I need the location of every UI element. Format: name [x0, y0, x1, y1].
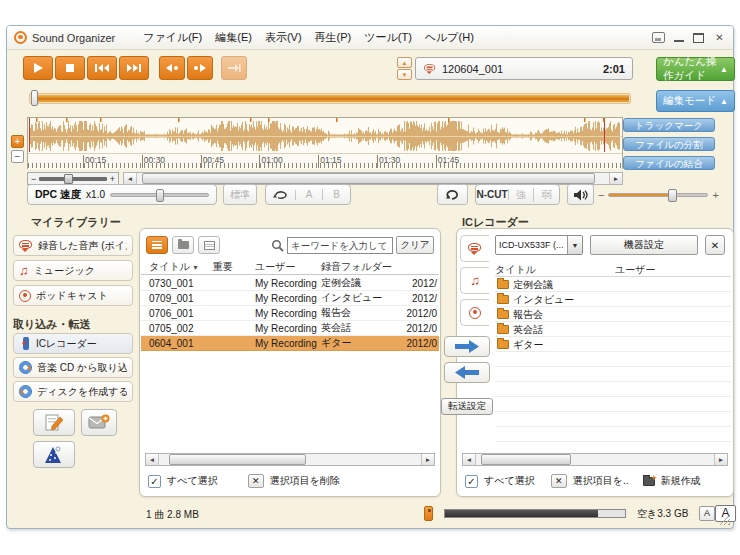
scrollbar-thumb[interactable] [142, 173, 595, 184]
library-list-scrollbar[interactable]: ◄ ► [145, 453, 435, 466]
column-user[interactable]: ユーザー [255, 260, 321, 274]
scroll-left-icon[interactable]: ◄ [124, 173, 137, 184]
send-mail-button[interactable] [81, 409, 117, 436]
edit-mode-button[interactable]: 編集モード ▲ [656, 90, 735, 112]
delete-icon[interactable]: ✕ [248, 474, 264, 488]
sidebar-item-podcast[interactable]: ポッドキャスト [13, 285, 133, 306]
volume-plus-icon[interactable]: + [712, 189, 718, 201]
zoom-slider-thumb[interactable] [64, 174, 73, 184]
zoom-slider-plus-icon[interactable]: + [110, 174, 115, 184]
playback-position-bar[interactable] [29, 93, 631, 104]
edit-file-button[interactable] [33, 409, 75, 436]
device-list-scrollbar[interactable]: ◄ ► [462, 453, 728, 466]
select-all-checkbox[interactable]: ✓ [148, 475, 161, 488]
new-folder-label[interactable]: 新規作成 [661, 474, 701, 488]
folder-row[interactable]: ギター [495, 337, 731, 352]
folder-row[interactable]: 英会話 [495, 322, 731, 337]
delete-selected-label[interactable]: 選択項目を削除 [270, 474, 340, 488]
table-row[interactable]: 0730_001 My Recording 定例会議 2012/ [141, 276, 439, 291]
scrollbar-track[interactable] [159, 454, 421, 465]
table-row-selected[interactable]: 0604_001 My Recording ギター 2012/0 [141, 336, 439, 351]
track-mark-button[interactable]: トラックマーク [623, 118, 715, 132]
transfer-settings-button[interactable]: 転送設定 [441, 398, 493, 415]
easy-guide-button[interactable]: かんたん操作ガイド ▲ [656, 57, 735, 81]
folder-row[interactable]: 報告会 [495, 307, 731, 322]
scrollbar-thumb[interactable] [169, 454, 305, 465]
scroll-right-icon[interactable]: ► [714, 454, 727, 465]
scroll-left-icon[interactable]: ◄ [463, 454, 476, 465]
table-row[interactable]: 0709_001 My Recording インタビュー 2012/ [141, 291, 439, 306]
sidebar-item-ic-recorder[interactable]: ICレコーダー [13, 333, 133, 354]
zoom-slider-track[interactable] [39, 177, 106, 181]
menu-tools[interactable]: ツール(T) [364, 30, 412, 45]
chevron-down-icon[interactable]: ▼ [567, 236, 582, 254]
font-size-small-button[interactable]: A [699, 506, 715, 521]
scrollbar-track[interactable] [137, 173, 609, 184]
spinner-down-icon[interactable]: ▼ [397, 69, 412, 80]
scroll-left-icon[interactable]: ◄ [146, 454, 159, 465]
volume-slider-thumb[interactable] [668, 189, 677, 202]
folder-row[interactable]: インタビュー [495, 292, 731, 307]
file-join-button[interactable]: ファイルの結合 [623, 156, 715, 170]
detail-view-button[interactable] [198, 236, 220, 254]
search-input[interactable] [287, 237, 393, 254]
table-row[interactable]: 0706_001 My Recording 報告会 2012/0 [141, 306, 439, 321]
wave-zoom-out-button[interactable]: − [11, 150, 24, 163]
transfer-to-library-button[interactable] [444, 362, 490, 383]
file-split-button[interactable]: ファイルの分割 [623, 137, 715, 151]
search-clear-button[interactable]: クリア [396, 236, 434, 254]
submit-podcast-button[interactable] [33, 441, 75, 468]
dpc-speed-slider[interactable] [110, 193, 209, 197]
new-folder-icon[interactable]: + [643, 477, 655, 486]
noise-cut-weak-button[interactable]: 弱 [534, 188, 559, 202]
folder-view-button[interactable] [172, 236, 194, 254]
undo-button[interactable] [437, 184, 468, 205]
menu-view[interactable]: 表示(V) [265, 30, 302, 45]
volume-slider[interactable] [608, 193, 708, 197]
repeat-b-button[interactable]: B [323, 189, 350, 200]
zoom-slider-minus-icon[interactable]: − [31, 174, 36, 184]
playback-position-handle[interactable] [31, 90, 38, 106]
dpc-standard-button[interactable]: 標準 [223, 184, 257, 205]
sidebar-item-cd-import[interactable]: 音楽 CD から取り込む [13, 357, 133, 378]
scroll-right-icon[interactable]: ► [609, 173, 622, 184]
play-button[interactable] [23, 56, 53, 80]
skip-forward-button[interactable] [187, 56, 213, 80]
folder-row[interactable]: 定例会議 [495, 277, 731, 292]
volume-minus-icon[interactable]: − [598, 189, 604, 201]
menu-play[interactable]: 再生(P) [315, 30, 352, 45]
device-settings-button[interactable]: 機器設定 [590, 235, 698, 255]
column-title[interactable]: タイトル▼ [149, 260, 213, 274]
device-select-dropdown[interactable]: ICD-UX533F (... ▼ [495, 235, 583, 255]
sidebar-item-music[interactable]: ♫ ミュージック [13, 260, 133, 281]
select-all-checkbox[interactable]: ✓ [465, 475, 478, 488]
column-folder[interactable]: 録音フォルダー [321, 260, 397, 274]
minimize-icon[interactable] [674, 34, 684, 42]
next-button[interactable] [119, 56, 149, 80]
noise-cut-strong-button[interactable]: 強 [509, 188, 534, 202]
compact-mode-icon[interactable] [652, 32, 665, 43]
menu-edit[interactable]: 編集(E) [215, 30, 252, 45]
device-close-button[interactable]: ✕ [705, 235, 725, 255]
list-view-button[interactable] [146, 236, 168, 254]
scrollbar-thumb[interactable] [481, 454, 571, 465]
close-icon[interactable]: ✕ [713, 32, 726, 43]
jump-to-mark-button[interactable] [221, 56, 247, 80]
current-file-field[interactable]: 120604_001 2:01 [415, 57, 633, 80]
transfer-to-device-button[interactable] [444, 336, 490, 357]
waveform-display[interactable]: 00:15 00:30 00:45 01:00 01:15 01:30 01:4… [27, 117, 623, 169]
column-user[interactable]: ユーザー [615, 263, 731, 277]
stop-button[interactable] [55, 56, 85, 80]
column-title[interactable]: タイトル [495, 263, 615, 277]
loop-playback-button[interactable] [266, 190, 296, 200]
mute-button[interactable] [567, 184, 594, 205]
scrollbar-track[interactable] [476, 454, 714, 465]
repeat-a-button[interactable]: A [296, 189, 323, 200]
menu-file[interactable]: ファイル(F) [143, 30, 202, 45]
delete-icon[interactable]: ✕ [551, 474, 567, 488]
sidebar-item-voice[interactable]: 録音した音声 (ボイス) [13, 235, 133, 256]
skip-back-button[interactable] [159, 56, 185, 80]
previous-button[interactable] [87, 56, 117, 80]
spinner-up-icon[interactable]: ▲ [397, 57, 412, 68]
wave-zoom-in-button[interactable]: + [11, 135, 24, 148]
